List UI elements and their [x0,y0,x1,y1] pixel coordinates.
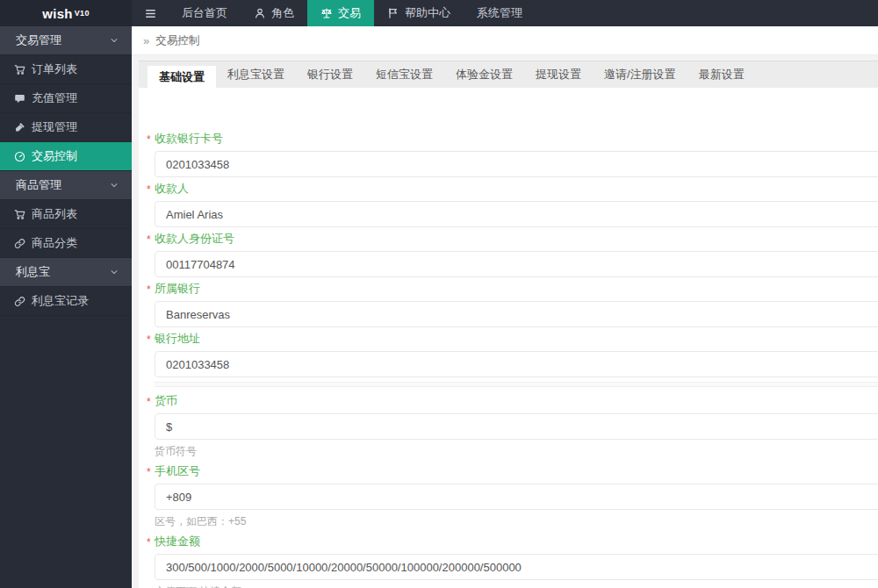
field-input[interactable] [155,151,878,177]
hamburger-icon [144,7,157,20]
tab[interactable]: 短信宝设置 [364,61,444,88]
form-group: *收款人 [155,181,878,227]
scales-icon [320,7,333,19]
field-label-text: 所属银行 [155,282,200,295]
required-asterisk: * [147,182,151,197]
app-logo-version: V10 [75,9,90,18]
field-hint: 货币符号 [155,445,878,458]
form-group: *快捷金额充值页面 快捷金额 [155,534,878,588]
field-input[interactable] [155,251,878,277]
sidebar: 交易管理订单列表充值管理提现管理交易控制商品管理商品列表商品分类利息宝利息宝记录 [0,26,132,588]
app-logo[interactable]: wishV10 [0,0,132,26]
field-label-text: 收款银行卡号 [155,132,223,145]
field-label: *收款银行卡号 [155,131,878,147]
field-input[interactable] [155,554,878,580]
field-input[interactable] [155,301,878,327]
form-group: *收款银行卡号 [155,131,878,177]
link-icon [14,296,25,307]
required-asterisk: * [147,394,151,410]
form-group: *货币货币符号 [155,393,878,458]
topnav-item-label: 交易 [338,5,361,21]
topnav-item-label: 帮助中心 [405,5,450,21]
sidebar-group-header[interactable]: 交易管理 [0,26,132,55]
topnav-item[interactable]: 后台首页 [169,0,241,26]
tab[interactable]: 体验金设置 [444,61,524,88]
sidebar-item[interactable]: 商品分类 [0,229,132,258]
field-input[interactable] [155,201,878,227]
field-label-text: 货币 [155,394,177,407]
field-label: *所属银行 [155,281,878,297]
sidebar-item[interactable]: 交易控制 [0,142,132,171]
flag-icon [387,7,399,19]
sidebar-item-label: 充值管理 [32,90,77,106]
field-label-text: 银行地址 [155,332,200,345]
topnav-item-label: 系统管理 [477,5,522,21]
sidebar-item[interactable]: 提现管理 [0,113,132,142]
field-input[interactable] [155,351,878,377]
sidebar-group-header[interactable]: 商品管理 [0,171,132,200]
sidebar-item-label: 订单列表 [32,61,77,77]
field-input[interactable] [155,413,878,440]
content-card: 基础设置利息宝设置银行设置短信宝设置体验金设置提现设置邀请/注册设置最新设置 *… [139,61,878,588]
field-label-text: 收款人身份证号 [155,232,234,245]
breadcrumb-label: 交易控制 [155,33,199,48]
sidebar-group-label: 交易管理 [16,32,61,48]
form-group: *所属银行 [155,281,878,327]
field-label-text: 收款人 [155,182,189,195]
topnav-item-label: 后台首页 [182,5,227,21]
topnav-item[interactable]: 角色 [241,0,307,26]
topnav-item[interactable]: 交易 [307,0,374,26]
tab[interactable]: 最新设置 [687,61,756,88]
tab[interactable]: 银行设置 [296,61,364,88]
sidebar-item-label: 利息宝记录 [32,293,89,309]
sidebar-item[interactable]: 订单列表 [0,55,132,84]
topnav-item-label: 角色 [271,5,294,21]
chevron-down-icon [109,35,119,46]
tab[interactable]: 利息宝设置 [216,61,296,88]
topbar-nav: 后台首页角色交易帮助中心系统管理 [169,0,536,26]
field-label: *收款人身份证号 [155,231,878,247]
tab[interactable]: 邀请/注册设置 [593,61,687,88]
hamburger-icon[interactable] [132,0,169,26]
dashboard-icon [14,151,25,162]
field-label-text: 快捷金额 [155,534,200,548]
field-label: *银行地址 [155,331,878,347]
user-icon [254,7,266,19]
field-label: *货币 [155,393,878,409]
form-group: *手机区号区号，如巴西：+55 [155,463,878,528]
sidebar-item-label: 提现管理 [32,119,77,135]
main-area: » 交易控制 基础设置利息宝设置银行设置短信宝设置体验金设置提现设置邀请/注册设… [132,26,878,588]
sidebar-item[interactable]: 利息宝记录 [0,287,132,316]
breadcrumb: » 交易控制 [132,26,878,55]
cart-icon [14,209,25,220]
required-asterisk: * [147,332,151,348]
chevron-down-icon [109,267,119,277]
tab-bar: 基础设置利息宝设置银行设置短信宝设置体验金设置提现设置邀请/注册设置最新设置 [139,61,878,88]
sidebar-group-header[interactable]: 利息宝 [0,258,132,287]
topnav-item[interactable]: 帮助中心 [374,0,464,26]
topnav-item[interactable]: 系统管理 [464,0,536,26]
sidebar-item[interactable]: 商品列表 [0,200,132,229]
field-input[interactable] [155,484,878,510]
tab[interactable]: 基础设置 [148,66,216,88]
comment-icon [14,93,25,104]
app-logo-text: wish [42,6,73,21]
required-asterisk: * [147,132,151,147]
required-asterisk: * [147,282,151,298]
field-label: *收款人 [155,181,878,197]
breadcrumb-symbol: » [143,34,149,47]
field-label: *快捷金额 [155,534,878,549]
sidebar-item-label: 商品列表 [32,206,77,222]
chevron-down-icon [109,180,119,190]
required-asterisk: * [147,232,151,247]
sidebar-group-label: 商品管理 [16,177,61,193]
sidebar-item[interactable]: 充值管理 [0,84,132,113]
sidebar-item-label: 商品分类 [32,235,77,251]
settings-form: *收款银行卡号*收款人*收款人身份证号*所属银行*银行地址*货币货币符号*手机区… [139,88,878,588]
required-asterisk: * [147,534,151,550]
field-hint: 区号，如巴西：+55 [155,515,878,528]
form-group: *收款人身份证号 [155,231,878,277]
tab[interactable]: 提现设置 [524,61,593,88]
form-group: *银行地址 [155,331,878,377]
sidebar-item-label: 交易控制 [32,148,77,164]
